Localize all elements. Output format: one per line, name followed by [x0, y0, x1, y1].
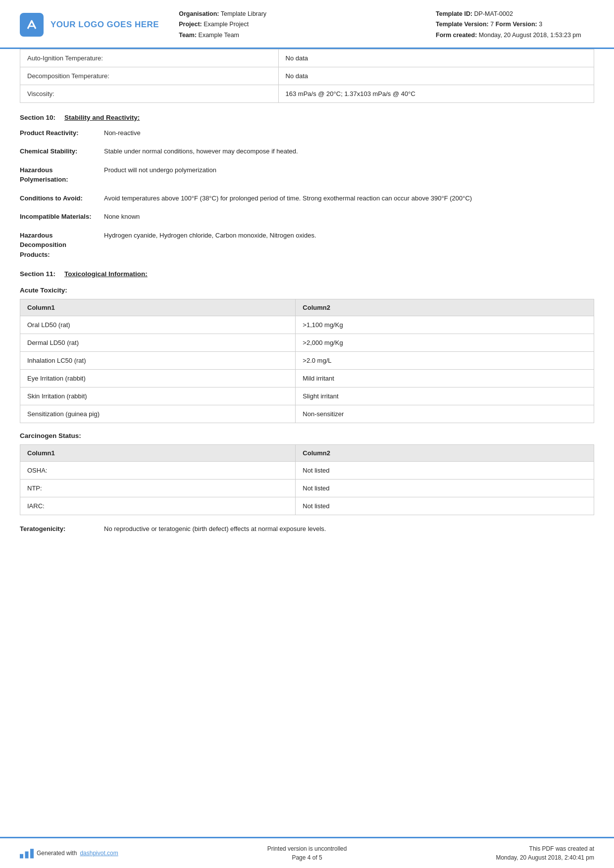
field-label: Product Reactivity:	[20, 128, 104, 138]
footer-link[interactable]: dashpivot.com	[80, 850, 118, 857]
logo-text: YOUR LOGO GOES HERE	[51, 20, 159, 30]
svg-rect-0	[20, 854, 23, 859]
acute-col1: Eye Irritation (rabbit)	[20, 370, 296, 387]
form-created-value: Monday, 20 August 2018, 1:53:23 pm	[479, 32, 581, 39]
field-value: None known	[104, 212, 594, 222]
carcin-col2-header: Column2	[296, 445, 594, 462]
carcin-row: NTP:Not listed	[20, 480, 594, 497]
section10-field-row: Hazardous Decomposition Products:Hydroge…	[20, 231, 594, 260]
acute-col1: Sensitization (guinea pig)	[20, 405, 296, 423]
field-value: Avoid temperatures above 100°F (38°C) fo…	[104, 193, 594, 203]
field-label: Conditions to Avoid:	[20, 193, 104, 203]
footer-right-line1: This PDF was created at	[496, 844, 594, 853]
section10-field-row: Incompatible Materials:None known	[20, 212, 594, 222]
acute-toxicity-table: Column1 Column2 Oral LD50 (rat)>1,100 mg…	[20, 299, 594, 423]
carcin-col1: OSHA:	[20, 462, 296, 480]
carcin-col2: Not listed	[296, 497, 594, 515]
field-value: Hydrogen cyanide, Hydrogen chloride, Car…	[104, 231, 594, 241]
prop-label: Decomposition Temperature:	[20, 67, 279, 85]
carcin-row: IARC:Not listed	[20, 497, 594, 515]
acute-col1-header: Column1	[20, 299, 296, 316]
carcin-col2: Not listed	[296, 462, 594, 480]
prop-value: 163 mPa/s @ 20°C; 1.37x103 mPa/s @ 40°C	[278, 85, 594, 102]
footer-left: Generated with dashpivot.com	[20, 848, 118, 859]
section10-number: Section 10:	[20, 114, 55, 121]
carcinogen-title: Carcinogen Status:	[20, 432, 594, 439]
field-value: Stable under normal conditions, however …	[104, 146, 594, 156]
org-label: Organisation:	[179, 10, 219, 17]
acute-col2-header: Column2	[296, 299, 594, 316]
field-label: Hazardous Polymerisation:	[20, 165, 104, 185]
field-label: Chemical Stability:	[20, 146, 104, 156]
acute-row: Skin Irritation (rabbit)Slight irritant	[20, 387, 594, 405]
header-right: Template ID: DP-MAT-0002 Template Versio…	[436, 9, 594, 41]
header: YOUR LOGO GOES HERE Organisation: Templa…	[0, 0, 614, 49]
acute-row: Dermal LD50 (rat)>2,000 mg/Kg	[20, 334, 594, 352]
section10-field-row: Conditions to Avoid:Avoid temperatures a…	[20, 193, 594, 203]
acute-col1: Skin Irritation (rabbit)	[20, 387, 296, 405]
team-label: Team:	[179, 32, 197, 39]
acute-col2: Mild irritant	[296, 370, 594, 387]
section10-field-row: Chemical Stability:Stable under normal c…	[20, 146, 594, 156]
section10-field-row: Hazardous Polymerisation:Product will no…	[20, 165, 594, 185]
acute-row: Oral LD50 (rat)>1,100 mg/Kg	[20, 316, 594, 334]
property-row: Auto-Ignition Temperature:No data	[20, 49, 594, 67]
acute-col2: >1,100 mg/Kg	[296, 316, 594, 334]
section11-title: Toxicological Information:	[64, 270, 148, 278]
footer-right-line2: Monday, 20 August 2018, 2:40:41 pm	[496, 853, 594, 862]
prop-value: No data	[278, 49, 594, 67]
footer-center-line1: Printed version is uncontrolled	[267, 844, 347, 853]
prop-value: No data	[278, 67, 594, 85]
section11-number: Section 11:	[20, 270, 55, 278]
acute-row: Sensitization (guinea pig)Non-sensitizer	[20, 405, 594, 423]
carcin-col1: IARC:	[20, 497, 296, 515]
carcin-col2: Not listed	[296, 480, 594, 497]
logo-icon	[20, 13, 44, 37]
form-version-label: Form Version:	[496, 21, 537, 28]
property-row: Viscosity:163 mPa/s @ 20°C; 1.37x103 mPa…	[20, 85, 594, 102]
teratogenicity-label: Teratogenicity:	[20, 524, 104, 534]
prop-label: Viscosity:	[20, 85, 279, 102]
project-label: Project:	[179, 21, 202, 28]
acute-col2: Non-sensitizer	[296, 405, 594, 423]
project-value: Example Project	[204, 21, 249, 28]
page: YOUR LOGO GOES HERE Organisation: Templa…	[0, 0, 614, 868]
template-version-value: 7	[490, 21, 494, 28]
header-meta: Organisation: Template Library Project: …	[159, 9, 436, 41]
footer-generated-text: Generated with	[37, 850, 77, 857]
svg-rect-2	[30, 849, 34, 858]
svg-rect-1	[25, 852, 29, 859]
carcin-col1-header: Column1	[20, 445, 296, 462]
acute-col1: Dermal LD50 (rat)	[20, 334, 296, 352]
team-value: Example Team	[199, 32, 239, 39]
template-version-label: Template Version:	[436, 21, 489, 28]
teratogenicity-value: No reproductive or teratogenic (birth de…	[104, 524, 594, 534]
acute-col1: Oral LD50 (rat)	[20, 316, 296, 334]
section11-header: Section 11: Toxicological Information:	[20, 270, 594, 278]
field-label: Hazardous Decomposition Products:	[20, 231, 104, 260]
acute-col2: >2,000 mg/Kg	[296, 334, 594, 352]
section10-field-row: Product Reactivity:Non-reactive	[20, 128, 594, 138]
footer-right: This PDF was created at Monday, 20 Augus…	[496, 844, 594, 862]
org-value: Template Library	[221, 10, 266, 17]
dashpivot-logo-icon	[20, 848, 34, 859]
footer: Generated with dashpivot.com Printed ver…	[0, 837, 614, 868]
prop-label: Auto-Ignition Temperature:	[20, 49, 279, 67]
acute-row: Eye Irritation (rabbit)Mild irritant	[20, 370, 594, 387]
acute-col1: Inhalation LC50 (rat)	[20, 352, 296, 370]
form-created-label: Form created:	[436, 32, 477, 39]
form-version-value: 3	[539, 21, 542, 28]
field-value: Non-reactive	[104, 128, 594, 138]
footer-center-line2: Page 4 of 5	[267, 853, 347, 862]
section10-title: Stability and Reactivity:	[64, 114, 140, 121]
property-table: Auto-Ignition Temperature:No dataDecompo…	[20, 49, 594, 103]
teratogenicity-row: Teratogenicity: No reproductive or terat…	[20, 524, 594, 534]
acute-toxicity-title: Acute Toxicity:	[20, 287, 594, 294]
section10-fields: Product Reactivity:Non-reactiveChemical …	[20, 128, 594, 260]
acute-col2: >2.0 mg/L	[296, 352, 594, 370]
acute-row: Inhalation LC50 (rat)>2.0 mg/L	[20, 352, 594, 370]
acute-col2: Slight irritant	[296, 387, 594, 405]
property-row: Decomposition Temperature:No data	[20, 67, 594, 85]
template-id-value: DP-MAT-0002	[474, 10, 513, 17]
section10-header: Section 10: Stability and Reactivity:	[20, 114, 594, 121]
